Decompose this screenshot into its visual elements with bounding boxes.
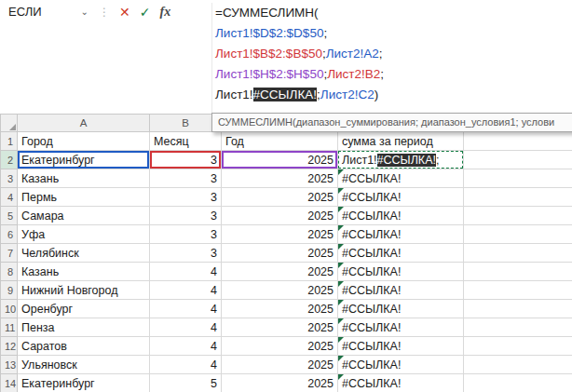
cell-A7[interactable]: Челябинск bbox=[18, 244, 150, 263]
cell-B2[interactable]: 3 bbox=[150, 151, 222, 169]
row-header-1[interactable]: 1 bbox=[1, 132, 18, 151]
cell-E2[interactable] bbox=[464, 151, 572, 169]
cell-D1[interactable]: сумма за период bbox=[338, 132, 464, 151]
cell-B6[interactable]: 3 bbox=[150, 225, 222, 244]
row-header-3[interactable]: 3 bbox=[1, 169, 18, 188]
row-header-9[interactable]: 9 bbox=[1, 281, 18, 300]
cell-B14[interactable]: 5 bbox=[150, 374, 222, 392]
cell-B13[interactable]: 4 bbox=[150, 356, 222, 374]
cell-E11[interactable] bbox=[464, 318, 572, 337]
cell-B10[interactable]: 4 bbox=[150, 300, 222, 318]
cell-E10[interactable] bbox=[464, 300, 572, 318]
cell-D2-editing[interactable]: Лист1!#ССЫЛКА!; bbox=[338, 151, 464, 169]
row-header-11[interactable]: 11 bbox=[1, 318, 18, 337]
formula-line: =СУММЕСЛИМН( bbox=[215, 3, 572, 23]
cell-C12[interactable]: 2025 bbox=[222, 337, 338, 356]
cell-D7[interactable]: #ССЫЛКА! bbox=[338, 244, 464, 263]
cell-E8[interactable] bbox=[464, 263, 572, 281]
cell-E7[interactable] bbox=[464, 244, 572, 263]
cell-B11[interactable]: 4 bbox=[150, 318, 222, 337]
cell-B5[interactable]: 3 bbox=[150, 207, 222, 225]
editing-cell-text: #ССЫЛКА! bbox=[377, 154, 436, 167]
column-header-B[interactable]: B bbox=[150, 115, 222, 132]
row-header-13[interactable]: 13 bbox=[1, 356, 18, 374]
cell-A1[interactable]: Город bbox=[18, 132, 150, 151]
formula-bar-panel: ЕСЛИ ⌄ ⋮ ✕ ✓ fx =СУММЕСЛИМН(Лист1!$D$2:$… bbox=[0, 0, 572, 114]
cell-A14[interactable]: Екатеринбург bbox=[18, 374, 150, 392]
cell-B8[interactable]: 4 bbox=[150, 263, 222, 281]
name-box[interactable]: ЕСЛИ ⌄ bbox=[8, 5, 89, 19]
cell-C8[interactable]: 2025 bbox=[222, 263, 338, 281]
cell-C11[interactable]: 2025 bbox=[222, 318, 338, 337]
column-header-A[interactable]: A bbox=[18, 115, 150, 132]
cell-E9[interactable] bbox=[464, 281, 572, 300]
cell-B12[interactable]: 4 bbox=[150, 337, 222, 356]
cell-A5[interactable]: Самара bbox=[18, 207, 150, 225]
cell-C1[interactable]: Год bbox=[222, 132, 338, 151]
cell-C6[interactable]: 2025 bbox=[222, 225, 338, 244]
chevron-down-icon[interactable]: ⌄ bbox=[81, 7, 89, 17]
cell-C7[interactable]: 2025 bbox=[222, 244, 338, 263]
cell-A3[interactable]: Казань bbox=[18, 169, 150, 188]
cell-D8[interactable]: #ССЫЛКА! bbox=[338, 263, 464, 281]
row-header-14[interactable]: 14 bbox=[1, 374, 18, 392]
cell-C5[interactable]: 2025 bbox=[222, 207, 338, 225]
cell-E13[interactable] bbox=[464, 356, 572, 374]
cell-D6[interactable]: #ССЫЛКА! bbox=[338, 225, 464, 244]
cell-D9[interactable]: #ССЫЛКА! bbox=[338, 281, 464, 300]
cell-D13[interactable]: #ССЫЛКА! bbox=[338, 356, 464, 374]
cell-D10[interactable]: #ССЫЛКА! bbox=[338, 300, 464, 318]
cell-C3[interactable]: 2025 bbox=[222, 169, 338, 188]
row-header-2[interactable]: 2 bbox=[1, 151, 18, 169]
cell-A8[interactable]: Казань bbox=[18, 263, 150, 281]
cancel-icon[interactable]: ✕ bbox=[115, 5, 135, 20]
cell-C14[interactable]: 2025 bbox=[222, 374, 338, 392]
cell-D12[interactable]: #ССЫЛКА! bbox=[338, 337, 464, 356]
cell-D3[interactable]: #ССЫЛКА! bbox=[338, 169, 464, 188]
cell-C4[interactable]: 2025 bbox=[222, 188, 338, 207]
editing-cell-text: ; bbox=[436, 154, 439, 167]
formula-token: Лист1!$D$2:$D$50 bbox=[215, 26, 323, 40]
insert-function-icon[interactable]: fx bbox=[155, 5, 175, 20]
cell-E4[interactable] bbox=[464, 188, 572, 207]
cell-A12[interactable]: Саратов bbox=[18, 337, 150, 356]
cell-A4[interactable]: Пермь bbox=[18, 188, 150, 207]
confirm-check-icon[interactable]: ✓ bbox=[135, 5, 156, 20]
formula-input[interactable]: =СУММЕСЛИМН(Лист1!$D$2:$D$50;Лист1!$B$2:… bbox=[211, 3, 572, 113]
cell-B1[interactable]: Месяц bbox=[150, 132, 222, 151]
cell-E14[interactable] bbox=[464, 374, 572, 392]
select-all-button[interactable] bbox=[1, 115, 18, 132]
row-header-8[interactable]: 8 bbox=[1, 263, 18, 281]
row-header-10[interactable]: 10 bbox=[1, 300, 18, 318]
cell-B3[interactable]: 3 bbox=[150, 169, 222, 188]
cell-E3[interactable] bbox=[464, 169, 572, 188]
cell-D11[interactable]: #ССЫЛКА! bbox=[338, 318, 464, 337]
cell-A6[interactable]: Уфа bbox=[18, 225, 150, 244]
cell-B4[interactable]: 3 bbox=[150, 188, 222, 207]
cell-C10[interactable]: 2025 bbox=[222, 300, 338, 318]
cell-B7[interactable]: 3 bbox=[150, 244, 222, 263]
cell-E6[interactable] bbox=[464, 225, 572, 244]
cell-E1[interactable] bbox=[464, 132, 572, 151]
cell-A9[interactable]: Нижний Новгород bbox=[18, 281, 150, 300]
error-indicator-icon bbox=[338, 263, 344, 268]
cell-D14[interactable]: #ССЫЛКА! bbox=[338, 374, 464, 392]
row-header-5[interactable]: 5 bbox=[1, 207, 18, 225]
cell-C2[interactable]: 2025 bbox=[222, 151, 338, 169]
cell-B9[interactable]: 4 bbox=[150, 281, 222, 300]
row-header-6[interactable]: 6 bbox=[1, 225, 18, 244]
cell-D5[interactable]: #ССЫЛКА! bbox=[338, 207, 464, 225]
cell-A13[interactable]: Ульяновск bbox=[18, 356, 150, 374]
cell-C13[interactable]: 2025 bbox=[222, 356, 338, 374]
cell-E5[interactable] bbox=[464, 207, 572, 225]
cell-C9[interactable]: 2025 bbox=[222, 281, 338, 300]
formula-token: Лист2!C2 bbox=[320, 88, 375, 101]
cell-E12[interactable] bbox=[464, 337, 572, 356]
row-header-7[interactable]: 7 bbox=[1, 244, 18, 263]
row-header-4[interactable]: 4 bbox=[1, 188, 18, 207]
cell-D4[interactable]: #ССЫЛКА! bbox=[338, 188, 464, 207]
cell-A11[interactable]: Пенза bbox=[18, 318, 150, 337]
cell-A10[interactable]: Оренбург bbox=[18, 300, 150, 318]
row-header-12[interactable]: 12 bbox=[1, 337, 18, 356]
cell-A2[interactable]: Екатеринбург bbox=[18, 151, 150, 169]
